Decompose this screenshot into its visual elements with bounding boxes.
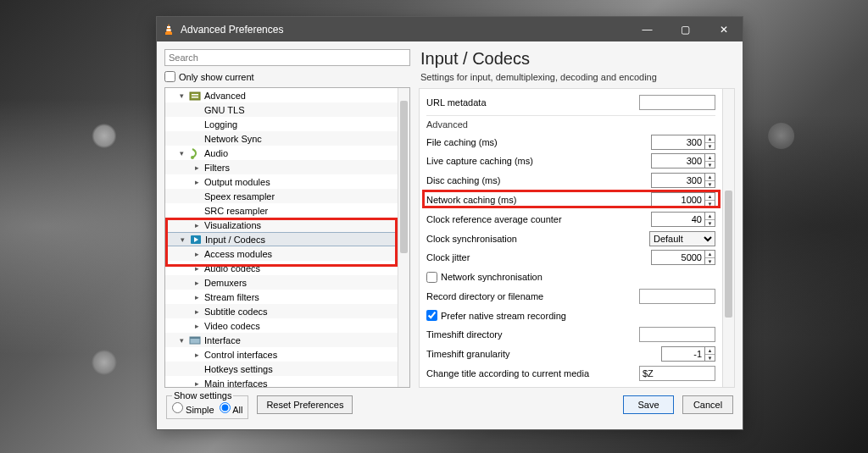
vlc-icon bbox=[162, 23, 175, 36]
timeshift-dir-label: Timeshift directory bbox=[426, 329, 639, 340]
tree-item[interactable]: Logging bbox=[165, 117, 398, 131]
bottom-bar: Show settings Simple All Reset Preferenc… bbox=[164, 388, 735, 422]
tree-item-label: Interface bbox=[204, 335, 241, 345]
tree-item[interactable]: Speex resampler bbox=[165, 189, 398, 203]
clock-sync-label: Clock synchronisation bbox=[426, 234, 649, 244]
live-caching-spinner[interactable]: ▲▼ bbox=[651, 153, 715, 168]
chevron-icon: ▾ bbox=[178, 235, 186, 244]
chevron-icon: ▸ bbox=[192, 293, 201, 301]
properties-scroll-thumb[interactable] bbox=[725, 191, 732, 318]
clock-jitter-spinner[interactable]: ▲▼ bbox=[651, 250, 715, 265]
tree-item[interactable]: ▸Stream filters bbox=[165, 290, 398, 304]
tree-item[interactable]: ▸Access modules bbox=[165, 246, 398, 261]
advanced-group-heading: Advanced bbox=[426, 115, 715, 131]
audio-icon bbox=[189, 147, 201, 159]
svg-rect-2 bbox=[167, 26, 170, 28]
show-all-radio[interactable]: All bbox=[220, 402, 243, 415]
save-button[interactable]: Save bbox=[623, 395, 674, 414]
tree-item-label: Output modules bbox=[204, 177, 270, 187]
reset-preferences-button[interactable]: Reset Preferences bbox=[257, 395, 353, 414]
tree-scrollbar[interactable] bbox=[398, 88, 409, 387]
svg-rect-3 bbox=[166, 29, 170, 30]
live-caching-label: Live capture caching (ms) bbox=[426, 156, 651, 166]
search-input[interactable] bbox=[164, 49, 410, 66]
chevron-icon: ▸ bbox=[192, 163, 201, 172]
cancel-button[interactable]: Cancel bbox=[682, 395, 733, 414]
category-icon bbox=[189, 90, 201, 102]
clock-avg-label: Clock reference average counter bbox=[426, 214, 651, 224]
network-sync-checkbox[interactable]: Network synchronisation bbox=[426, 272, 542, 283]
change-title-field[interactable] bbox=[639, 366, 715, 381]
show-simple-radio[interactable]: Simple bbox=[172, 402, 214, 415]
tree-item-label: Audio bbox=[204, 148, 228, 158]
clock-sync-select[interactable]: Default bbox=[649, 231, 715, 246]
tree-item-label: Network Sync bbox=[204, 134, 262, 144]
url-metadata-label: URL metadata bbox=[426, 97, 639, 108]
tree-item-label: Filters bbox=[204, 163, 230, 173]
only-show-current-checkbox[interactable]: Only show current bbox=[164, 71, 410, 82]
maximize-button[interactable]: ▢ bbox=[666, 17, 704, 41]
tree-item[interactable]: ▸Subtitle codecs bbox=[165, 304, 398, 318]
chevron-icon: ▸ bbox=[192, 250, 201, 258]
chevron-icon: ▸ bbox=[192, 307, 201, 316]
tree-scroll-thumb[interactable] bbox=[400, 101, 408, 253]
tree-item[interactable]: GNU TLS bbox=[165, 102, 398, 117]
tree-item-label: Demuxers bbox=[204, 278, 247, 288]
svg-rect-4 bbox=[190, 92, 200, 100]
tree-item[interactable]: ▸Demuxers bbox=[165, 275, 398, 290]
advanced-preferences-dialog: Advanced Preferences — ▢ ✕ Only show cur… bbox=[156, 16, 743, 430]
tree-item-label: Logging bbox=[204, 119, 237, 130]
url-metadata-field[interactable] bbox=[639, 95, 715, 110]
tree-category[interactable]: ▾Audio bbox=[165, 146, 398, 160]
tree-item[interactable]: ▸Main interfaces bbox=[165, 376, 398, 387]
chevron-icon: ▾ bbox=[177, 336, 186, 345]
interface-icon bbox=[189, 334, 201, 346]
section-title: Input / Codecs bbox=[419, 49, 735, 72]
clock-avg-spinner[interactable]: ▲▼ bbox=[651, 212, 715, 227]
timeshift-dir-field[interactable] bbox=[639, 327, 715, 342]
record-directory-field[interactable] bbox=[639, 289, 715, 304]
svg-rect-11 bbox=[190, 337, 200, 339]
chevron-icon: ▾ bbox=[177, 149, 186, 157]
change-title-label: Change title according to current media bbox=[426, 368, 639, 378]
record-directory-label: Record directory or filename bbox=[426, 291, 639, 301]
network-caching-label: Network caching (ms) bbox=[426, 195, 651, 205]
minimize-button[interactable]: — bbox=[628, 17, 666, 41]
tree-item[interactable]: Hotkeys settings bbox=[165, 362, 398, 376]
tree-item[interactable]: ▸Video codecs bbox=[165, 318, 398, 333]
prefer-native-checkbox[interactable]: Prefer native stream recording bbox=[426, 310, 566, 321]
tree-category[interactable]: ▾Advanced bbox=[165, 88, 398, 102]
tree-item-label: Audio codecs bbox=[204, 263, 260, 273]
properties-scrollbar[interactable] bbox=[722, 89, 734, 387]
spin-down-icon: ▼ bbox=[705, 143, 715, 150]
tree-item[interactable]: ▸Control interfaces bbox=[165, 347, 398, 362]
tree-item[interactable]: ▸Output modules bbox=[165, 174, 398, 189]
tree-item-label: Main interfaces bbox=[204, 378, 268, 388]
tree-item[interactable]: ▸Audio codecs bbox=[165, 261, 398, 275]
disc-caching-spinner[interactable]: ▲▼ bbox=[651, 173, 715, 188]
chevron-icon: ▸ bbox=[192, 178, 201, 186]
tree-item[interactable]: SRC resampler bbox=[165, 203, 398, 218]
tree-item-label: SRC resampler bbox=[204, 206, 268, 216]
tree-item[interactable]: ▸Filters bbox=[165, 160, 398, 174]
timeshift-gran-spinner[interactable]: ▲▼ bbox=[661, 346, 715, 362]
chevron-icon: ▸ bbox=[192, 322, 201, 330]
tree-item-label: Input / Codecs bbox=[205, 235, 265, 245]
timeshift-gran-label: Timeshift granularity bbox=[426, 349, 661, 359]
close-button[interactable]: ✕ bbox=[704, 17, 743, 41]
preferences-tree: ▾AdvancedGNU TLSLoggingNetwork Sync▾Audi… bbox=[164, 87, 410, 388]
file-caching-spinner[interactable]: ▲▼ bbox=[651, 135, 715, 150]
network-caching-spinner[interactable]: ▲▼ bbox=[651, 192, 715, 207]
tree-category[interactable]: ▾Interface bbox=[165, 333, 398, 347]
properties-panel: URL metadata Advanced File caching (ms) … bbox=[419, 88, 735, 388]
chevron-icon: ▾ bbox=[177, 91, 186, 100]
titlebar: Advanced Preferences — ▢ ✕ bbox=[157, 17, 743, 41]
tree-item-label: Video codecs bbox=[204, 321, 260, 331]
clock-jitter-label: Clock jitter bbox=[426, 252, 651, 262]
tree-item[interactable]: Network Sync bbox=[165, 131, 398, 146]
file-caching-label: File caching (ms) bbox=[426, 137, 651, 147]
tree-category[interactable]: ▾Input / Codecs bbox=[165, 232, 398, 246]
tree-item[interactable]: ▸Visualizations bbox=[165, 218, 398, 232]
tree-item-label: Visualizations bbox=[204, 220, 261, 230]
tree-item-label: Speex resampler bbox=[204, 191, 275, 202]
